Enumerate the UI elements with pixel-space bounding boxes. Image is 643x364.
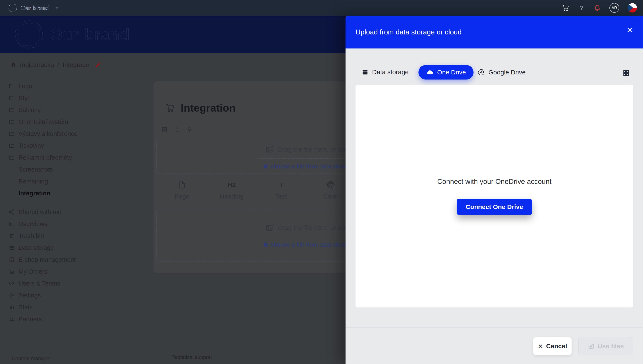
- sidebar-item-screenshots[interactable]: Screenshots: [8, 164, 98, 176]
- sidebar-item-trash-bin[interactable]: Trash bin: [8, 230, 98, 242]
- modal-footer-divider: [346, 327, 643, 328]
- choose-from-storage-link[interactable]: choose a file from data storage: [263, 163, 352, 170]
- notification-bell-icon[interactable]: [594, 4, 601, 12]
- sidebar-item-overviews[interactable]: Overviews: [8, 218, 98, 230]
- sidebar-item-my-orders[interactable]: My Orders: [8, 266, 98, 278]
- image-upload-icon: [265, 223, 274, 232]
- integration-header: Integration: [166, 102, 236, 114]
- data-storage-icon: [362, 68, 369, 76]
- avatar[interactable]: AR: [610, 3, 619, 13]
- sidebar-item-orientacni-system[interactable]: Orientační systém: [8, 116, 98, 128]
- cancel-button[interactable]: ✕ Cancel: [533, 337, 572, 355]
- sidebar-item-sablony[interactable]: Šablony: [8, 104, 98, 116]
- sidebar-item-vystavy-a-konference[interactable]: Výstavy a konference: [8, 128, 98, 140]
- language-flag-icon[interactable]: [628, 3, 637, 12]
- content-elements-row: Page H2 Heading T Text Color: [157, 180, 356, 200]
- sidebar-item-label: E-shop management: [18, 256, 76, 263]
- sidebar: Logo Styl Šablony Orientační systém Výst…: [8, 80, 98, 325]
- sidebar-item-shared-with-me[interactable]: Shared with me: [8, 206, 98, 218]
- tab-label: Google Drive: [488, 69, 526, 76]
- sidebar-item-label: Overviews: [18, 220, 47, 228]
- sidebar-item-settings[interactable]: Settings: [8, 289, 98, 301]
- choose-link-label: choose a file from data storage: [271, 163, 352, 170]
- sidebar-item-tiskoviny[interactable]: Tiskoviny: [8, 140, 98, 152]
- sidebar-item-label: Styl: [18, 94, 29, 102]
- sidebar-item-label: Users & Teams: [18, 280, 60, 287]
- cart-icon: [8, 268, 15, 275]
- data-storage-icon: [263, 242, 268, 248]
- dropzone-text: Drag the file here, or click: [278, 224, 350, 231]
- footer-content-manager[interactable]: Content manager: [12, 356, 51, 362]
- sidebar-item-data-storage[interactable]: Data storage: [8, 242, 98, 254]
- sidebar-item-logo[interactable]: Logo: [8, 80, 98, 92]
- sidebar-item-label: Reklamní předměty: [18, 154, 72, 161]
- page-icon: [178, 180, 186, 190]
- sidebar-item-eshop-management[interactable]: E-shop management: [8, 254, 98, 266]
- brand-logo-icon: [8, 4, 17, 12]
- top-navbar: Our brand ? AR: [0, 0, 643, 16]
- use-files-button[interactable]: Use files: [578, 337, 633, 355]
- element-heading[interactable]: H2 Heading: [207, 180, 256, 200]
- folder-icon: [8, 119, 15, 125]
- sidebar-item-users-teams[interactable]: Users & Teams: [8, 278, 98, 289]
- connect-onedrive-button[interactable]: Connect One Drive: [457, 199, 532, 215]
- heading-icon: H2: [228, 180, 236, 190]
- data-storage-icon: [263, 164, 268, 169]
- element-label: Color: [323, 193, 338, 200]
- close-icon[interactable]: ✕: [627, 26, 633, 34]
- sidebar-item-integration[interactable]: Integration: [8, 187, 98, 199]
- sort-order-icon[interactable]: [174, 126, 180, 133]
- element-label: Text: [275, 193, 287, 200]
- sidebar-item-styl[interactable]: Styl: [8, 92, 98, 104]
- folder-icon: [8, 83, 15, 89]
- choose-from-storage-link[interactable]: choose a file from data storage: [263, 241, 352, 248]
- sidebar-item-label: Šablony: [18, 106, 41, 114]
- page-title: Integration: [181, 102, 236, 114]
- chevron-down-icon: [55, 6, 59, 10]
- sidebar-item-label: Stats: [18, 304, 32, 311]
- tab-google-drive[interactable]: Google Drive: [477, 68, 526, 76]
- edit-pencil-icon[interactable]: [95, 62, 101, 68]
- grid-view-icon[interactable]: [161, 126, 168, 133]
- users-icon: [8, 280, 15, 286]
- element-text[interactable]: T Text: [256, 180, 306, 200]
- grid-view-icon[interactable]: [622, 69, 630, 77]
- footer-technical-support[interactable]: Technical support: [172, 354, 212, 360]
- view-toolbar: [161, 126, 193, 133]
- trash-icon: [8, 232, 15, 239]
- dropzone-text: Drag the file here, or click: [278, 146, 350, 153]
- navbar-actions: ? AR: [562, 0, 637, 16]
- brand-switcher[interactable]: Our brand: [8, 4, 59, 12]
- settings-gear-icon[interactable]: [186, 126, 193, 133]
- sidebar-item-reklamni-predmety[interactable]: Reklamní předměty: [8, 152, 98, 164]
- cancel-label: Cancel: [546, 342, 567, 350]
- partners-icon: [8, 316, 15, 322]
- sidebar-item-label: Integration: [18, 190, 50, 197]
- element-page[interactable]: Page: [157, 180, 207, 200]
- shop-icon: [8, 256, 15, 263]
- divider: [258, 158, 358, 159]
- brand-watermark-text: Our brand: [50, 26, 130, 44]
- sidebar-section-gap: [8, 199, 98, 206]
- home-icon[interactable]: [10, 62, 16, 68]
- folder-icon: [8, 154, 15, 161]
- sidebar-item-label: Výstavy a konference: [18, 130, 78, 137]
- tab-data-storage[interactable]: Data storage: [362, 68, 409, 76]
- sidebar-item-label: Settings: [18, 292, 41, 299]
- sidebar-item-remaining[interactable]: Remaining: [8, 176, 98, 187]
- tab-label: Data storage: [372, 68, 409, 76]
- brand-name: Our brand: [21, 5, 50, 11]
- sidebar-item-label: Tiskoviny: [18, 142, 44, 149]
- breadcrumb-project[interactable]: mojeznacka: [20, 61, 54, 68]
- sidebar-item-partners[interactable]: Partners: [8, 313, 98, 325]
- cart-icon[interactable]: [562, 4, 570, 12]
- help-icon[interactable]: ?: [578, 4, 585, 12]
- element-label: Heading: [220, 193, 244, 200]
- sidebar-item-stats[interactable]: Stats: [8, 301, 98, 313]
- tab-label: One Drive: [437, 69, 466, 76]
- tab-one-drive[interactable]: One Drive: [418, 65, 474, 80]
- close-icon: ✕: [538, 342, 543, 350]
- sidebar-item-label: Screenshots: [18, 166, 53, 173]
- use-files-label: Use files: [598, 342, 624, 350]
- data-storage-icon: [8, 244, 15, 251]
